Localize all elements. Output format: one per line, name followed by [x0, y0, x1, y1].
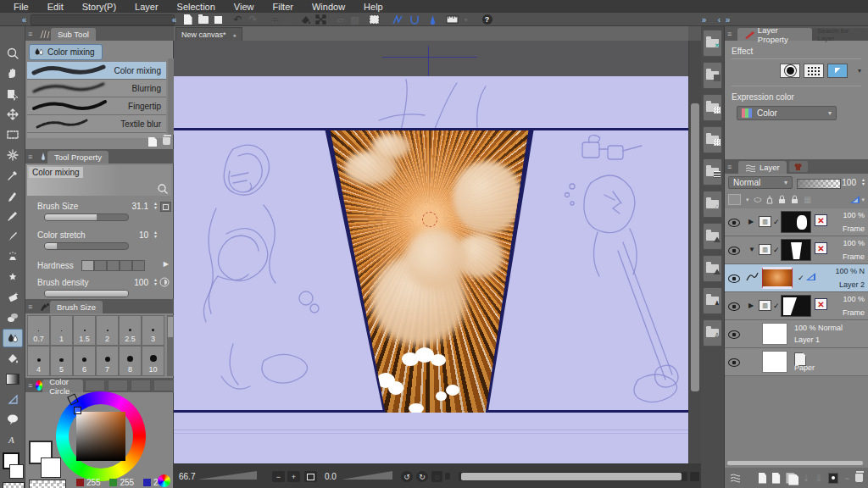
- color-slider-tab-icon[interactable]: [85, 380, 105, 391]
- fit-screen-button[interactable]: [304, 471, 317, 482]
- expression-color-dropdown[interactable]: Color ▾: [737, 106, 837, 120]
- chevron-right-icon[interactable]: »: [721, 14, 735, 25]
- panel-menu-icon[interactable]: ≡: [28, 381, 33, 390]
- menu-file[interactable]: File: [5, 2, 37, 12]
- tool-property-tab[interactable]: Tool Property: [47, 151, 108, 164]
- opacity-slider[interactable]: [797, 179, 841, 189]
- collapse-left-icon[interactable]: «: [17, 14, 31, 25]
- pen-tool-icon[interactable]: [3, 186, 23, 205]
- pencil-tool-icon[interactable]: [3, 207, 23, 225]
- layer-row-frame-1[interactable]: ▶ ▥ ✓ ✕ 100 % Frame: [725, 208, 868, 236]
- balloon-tool-icon[interactable]: [3, 410, 23, 429]
- material-folder-color-pattern-icon[interactable]: ✕: [703, 30, 722, 57]
- new-subtool-icon[interactable]: [148, 137, 157, 147]
- brush-size-cell[interactable]: 0.7: [27, 315, 50, 346]
- sub-tool-tab[interactable]: Sub Tool: [51, 28, 96, 41]
- opacity-value[interactable]: 100: [842, 178, 856, 187]
- hue-marker[interactable]: [74, 407, 81, 414]
- arc-tool-icon[interactable]: [407, 14, 421, 25]
- brush-size-cell[interactable]: 4: [27, 346, 50, 376]
- canvas[interactable]: [174, 76, 688, 463]
- new-file-icon[interactable]: [181, 14, 195, 25]
- new-folder-icon[interactable]: [786, 473, 796, 484]
- layer-thumbnail[interactable]: [762, 323, 787, 345]
- fill-select-icon[interactable]: [298, 14, 313, 25]
- menu-layer[interactable]: Layer: [126, 2, 167, 12]
- check-icon[interactable]: ✓: [773, 246, 780, 254]
- hardness-segments[interactable]: [81, 259, 145, 274]
- layer-thumbnail[interactable]: [762, 267, 793, 289]
- airbrush-tool-icon[interactable]: [3, 247, 23, 266]
- color-stretch-slider[interactable]: [44, 242, 129, 250]
- layer-thumbnail[interactable]: [781, 239, 811, 261]
- collapse-icon[interactable]: ▼: [748, 246, 755, 253]
- subtool-group-button[interactable]: Color mixing: [29, 44, 103, 60]
- brush-size-cell[interactable]: 8: [119, 346, 142, 376]
- layer-row-paper[interactable]: Paper: [725, 348, 868, 376]
- brush-size-cell[interactable]: 10: [142, 346, 164, 376]
- brush-size-cell[interactable]: 6: [73, 346, 96, 376]
- transparent-swatch[interactable]: [29, 480, 66, 488]
- panel-menu-icon[interactable]: ≡: [28, 302, 36, 311]
- clip-thumbnail-icon[interactable]: [728, 194, 741, 205]
- brush-size-cell[interactable]: 2: [96, 315, 119, 346]
- curve-tool-icon[interactable]: [390, 14, 404, 25]
- selection-border-icon[interactable]: [367, 14, 381, 25]
- menu-help[interactable]: Help: [355, 2, 392, 12]
- hardness-expand-icon[interactable]: ▶: [164, 260, 169, 268]
- material-folder-body-icon[interactable]: ♙: [703, 319, 722, 347]
- layer-color-effect-icon[interactable]: [827, 64, 848, 78]
- new-layer-icon[interactable]: [759, 473, 766, 484]
- layer-panel-hscrollbar[interactable]: [727, 461, 863, 465]
- transparent-color-swatch[interactable]: [3, 482, 25, 488]
- text-tool-icon[interactable]: A: [3, 430, 23, 449]
- auto-select-tool-icon[interactable]: [3, 146, 23, 164]
- material-folder-image-icon[interactable]: [703, 62, 722, 89]
- rotate-ccw-button[interactable]: ↺: [401, 471, 413, 482]
- visibility-icon[interactable]: [728, 358, 740, 367]
- subtool-item-fingertip[interactable]: Fingertip: [27, 97, 166, 115]
- operation-tool-icon[interactable]: [3, 85, 23, 103]
- collapse-groove-icon[interactable]: «: [167, 14, 181, 25]
- undo-icon[interactable]: ↶: [231, 14, 245, 25]
- zoom-out-button[interactable]: −: [272, 471, 285, 482]
- brush-size-slider[interactable]: [44, 214, 129, 221]
- canvas-vscroll-thumb[interactable]: [691, 103, 699, 391]
- color-stretch-value[interactable]: 10: [139, 230, 148, 240]
- subtool-item-color-mixing[interactable]: Color mixing: [27, 62, 166, 80]
- effect-dropdown-icon[interactable]: ▾: [858, 67, 861, 75]
- brush-tool-icon[interactable]: [3, 227, 23, 246]
- gradient-tool-icon[interactable]: [3, 369, 23, 388]
- subtool-item-textile-blur[interactable]: Textile blur: [27, 115, 166, 133]
- expand-icon[interactable]: ▶: [748, 218, 754, 225]
- flip-button[interactable]: [445, 473, 450, 480]
- mask-disabled-icon[interactable]: ✕: [815, 298, 827, 310]
- mask-disabled-icon[interactable]: ✕: [815, 242, 827, 254]
- visibility-icon[interactable]: [728, 247, 740, 255]
- brush-size-cell[interactable]: 2.5: [119, 315, 142, 346]
- canvas-hscroll-thumb[interactable]: [461, 473, 682, 480]
- brush-density-stepper[interactable]: ▴▾: [154, 278, 157, 286]
- ink-icon[interactable]: [766, 195, 773, 204]
- ruler-dropdown-icon[interactable]: ▾: [459, 14, 473, 25]
- layer-mask-icon[interactable]: [828, 473, 838, 484]
- sub-color-swatch[interactable]: [41, 458, 61, 478]
- fill-tool-icon[interactable]: [3, 349, 23, 368]
- eraser-tool-icon[interactable]: [3, 288, 23, 307]
- brush-size-cell[interactable]: 1: [50, 315, 73, 346]
- brush-density-slider[interactable]: [44, 290, 129, 297]
- check-icon[interactable]: ✓: [773, 218, 780, 226]
- rotation-slider[interactable]: [342, 471, 392, 480]
- transform-icon[interactable]: [314, 14, 328, 25]
- material-folder-image3-icon[interactable]: [703, 255, 722, 282]
- canvas-vscrollbar[interactable]: [688, 41, 701, 463]
- panel-menu-icon[interactable]: ≡: [727, 30, 735, 38]
- save-icon[interactable]: [211, 14, 225, 25]
- layer-row-layer2-selected[interactable]: ✓ 100 % N Layer 2: [725, 264, 868, 292]
- scatter-select-icon[interactable]: ∴∴: [267, 14, 281, 25]
- visibility-icon[interactable]: [728, 274, 740, 283]
- subtool-item-blurring[interactable]: Blurring: [27, 80, 166, 97]
- delete-subtool-icon[interactable]: [163, 137, 170, 145]
- thumb-dropdown-icon[interactable]: ▾: [746, 197, 749, 203]
- tone-effect-icon[interactable]: [804, 64, 824, 78]
